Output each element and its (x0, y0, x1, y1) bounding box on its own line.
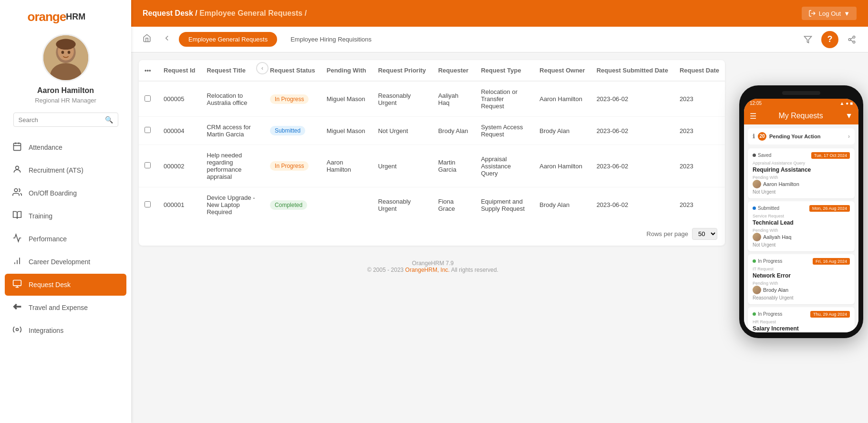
sidebar-item-recruitment[interactable]: Recruitment (ATS) (5, 159, 126, 181)
share-button[interactable] (843, 31, 860, 48)
sidebar-item-integrations[interactable]: Integrations (5, 320, 126, 341)
mini-avatar-1 (753, 180, 761, 188)
card-status-1: Saved (753, 153, 771, 158)
table-row[interactable]: 000002 Help needed regarding performance… (139, 145, 725, 187)
phone-card-2[interactable]: Submitted Mon, 26 Aug 2024 Service Reque… (748, 201, 855, 251)
phone-card-4[interactable]: In Progress Thu, 29 Aug 2024 HR Request … (748, 307, 855, 332)
cell-request-type: Equipment and Supply Request (475, 187, 534, 223)
svg-line-22 (850, 40, 853, 41)
phone-card-3[interactable]: In Progress Fri, 16 Aug 2024 IT Request … (748, 254, 855, 304)
svg-point-21 (853, 41, 855, 43)
tab-general-requests[interactable]: Employee General Requests (179, 32, 277, 47)
cell-request-type: Appraisal Assistance Query (475, 145, 534, 187)
tab-actions: ? (799, 31, 860, 48)
col-request-owner: Request Owner (534, 60, 590, 81)
cell-request-id: 000002 (158, 145, 201, 187)
phone-card-1[interactable]: Saved Tue, 17 Oct 2024 Appraisal Assista… (748, 148, 855, 198)
svg-point-12 (14, 189, 18, 192)
sidebar-item-label: Request Desk (29, 281, 71, 289)
sidebar-item-performance[interactable]: Performance (5, 228, 126, 250)
cell-request-owner: Aaron Hamilton (534, 81, 590, 117)
top-bar: Request Desk / Employee General Requests… (131, 0, 868, 27)
sidebar-item-training[interactable]: Training (5, 205, 126, 227)
rows-per-page-select[interactable]: 50 25 10 (692, 228, 717, 240)
col-request-priority: Request Priority (372, 60, 433, 81)
breadcrumb: Request Desk / Employee General Requests… (143, 9, 307, 18)
hamburger-icon[interactable]: ☰ (750, 112, 756, 121)
card-pending-person-1: Aaron Hamilton (753, 180, 850, 188)
pending-count: 20 (758, 132, 766, 141)
table-row[interactable]: 000004 CRM access for Martin Garcia Subm… (139, 117, 725, 145)
row-checkbox[interactable] (139, 117, 158, 145)
breadcrumb-main: Request Desk (143, 9, 193, 17)
footer-link[interactable]: OrangeHRM, Inc. (405, 267, 450, 273)
tab-bar: Employee General Requests Employee Hirin… (131, 27, 868, 52)
career-icon (12, 256, 23, 268)
svg-point-16 (16, 329, 19, 331)
checkbox-input[interactable] (145, 201, 151, 207)
col-request-title: Request Title (201, 60, 264, 81)
col-submitted-date: Request Submitted Date (591, 60, 674, 81)
card-priority-3: Reasonably Urgent (753, 295, 850, 300)
help-button[interactable]: ? (821, 31, 838, 48)
status-badge: In Progress (270, 161, 309, 171)
phone-filter-icon[interactable]: ▼ (845, 112, 853, 120)
status-badge: In Progress (270, 94, 309, 104)
performance-icon (12, 233, 23, 245)
sidebar-item-travel[interactable]: Travel and Expense (5, 297, 126, 319)
table-row[interactable]: 000001 Device Upgrade - New Laptop Requi… (139, 187, 725, 223)
search-input[interactable] (19, 116, 105, 124)
phone-status-bar: 12:05 ▲ ● ■ (744, 99, 858, 108)
sidebar-item-career[interactable]: Career Development (5, 251, 126, 273)
rows-per-page-label: Rows per page (647, 230, 688, 237)
svg-rect-7 (14, 143, 21, 150)
col-request-status: Request Status (264, 60, 321, 81)
svg-point-20 (848, 38, 851, 41)
status-badge: Completed (270, 200, 307, 210)
attendance-icon (12, 142, 23, 153)
travel-icon (12, 302, 23, 313)
home-button[interactable] (139, 32, 155, 47)
search-icon: 🔍 (105, 116, 113, 124)
phone-inner-content: ℹ 20 Pending Your Action › Sav (744, 124, 858, 332)
checkbox-input[interactable] (145, 162, 151, 168)
footer-version: OrangeHRM 7.9 (138, 260, 728, 267)
card-pending-label-1: Pending With (753, 175, 850, 180)
cell-request-date: 2023 (674, 117, 725, 145)
card-status-3: In Progress (753, 258, 782, 264)
row-checkbox[interactable] (139, 81, 158, 117)
chevron-right-icon[interactable]: › (848, 133, 850, 140)
row-checkbox[interactable] (139, 187, 158, 223)
search-box[interactable]: 🔍 (13, 113, 118, 127)
more-options-icon[interactable]: ••• (145, 67, 151, 74)
table-row[interactable]: 000005 Relocation to Australia office In… (139, 81, 725, 117)
tab-hiring-label: Employee Hiring Requisitions (290, 36, 372, 43)
cell-priority: Urgent (372, 145, 433, 187)
card-pending-person-3: Brody Alan (753, 286, 850, 294)
phone-icons: ▲ ● ■ (839, 101, 853, 106)
sidebar-collapse-button[interactable]: ‹ (256, 62, 269, 74)
cell-request-status: In Progress (264, 81, 321, 117)
help-icon: ? (827, 34, 833, 44)
filter-button[interactable] (799, 31, 816, 48)
tab-hiring-requisitions[interactable]: Employee Hiring Requisitions (281, 32, 381, 47)
cell-pending-with: Aaron Hamilton (321, 145, 372, 187)
cell-request-title: Relocation to Australia office (201, 81, 264, 117)
svg-point-5 (67, 51, 70, 54)
status-dot-1 (753, 154, 756, 157)
cell-request-owner: Brody Alan (534, 117, 590, 145)
sidebar-item-request-desk[interactable]: Request Desk (5, 274, 126, 296)
logout-button[interactable]: Log Out ▼ (802, 7, 857, 20)
info-icon: ℹ (753, 133, 755, 140)
checkbox-input[interactable] (145, 127, 151, 133)
row-checkbox[interactable] (139, 145, 158, 187)
card-title-4: Salary Increment (753, 325, 850, 332)
phone-screen: 12:05 ▲ ● ■ ☰ My Requests ▼ ℹ 20 Pend (744, 99, 858, 332)
checkbox-input[interactable] (145, 95, 151, 102)
user-name: Aaron Hamilton (37, 86, 94, 95)
back-button[interactable] (159, 32, 175, 47)
status-dot-3 (753, 259, 756, 263)
card-person-name-2: Aaliyah Haq (763, 234, 791, 240)
sidebar-item-onboarding[interactable]: On/Off Boarding (5, 182, 126, 204)
sidebar-item-attendance[interactable]: Attendance (5, 136, 126, 158)
